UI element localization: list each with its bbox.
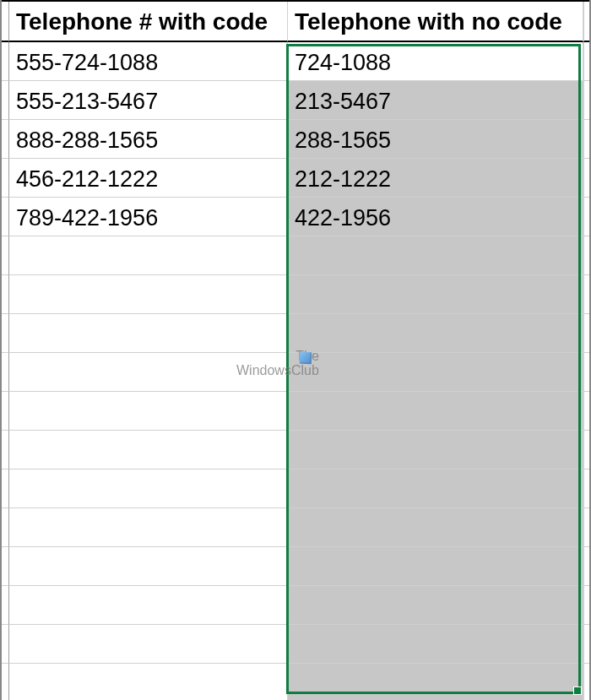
table-row xyxy=(0,431,591,469)
cell-no-code[interactable] xyxy=(288,586,583,625)
cell-with-code[interactable]: 456-212-1222 xyxy=(9,159,288,198)
cell-no-code[interactable] xyxy=(288,392,583,431)
cell-no-code[interactable]: 724-1088 xyxy=(288,42,583,81)
table-row: 456-212-1222212-1222 xyxy=(0,159,591,198)
cell-with-code[interactable] xyxy=(9,275,288,314)
cell-no-code[interactable] xyxy=(288,275,583,314)
cell-no-code[interactable] xyxy=(288,664,583,700)
cell-with-code[interactable] xyxy=(9,431,288,469)
table-row: 888-288-1565288-1565 xyxy=(0,120,591,159)
cell-with-code[interactable]: 555-213-5467 xyxy=(9,81,288,120)
cell-no-code[interactable] xyxy=(288,547,583,586)
cell-no-code[interactable]: 288-1565 xyxy=(288,120,583,159)
header-row: Telephone # with code Telephone with no … xyxy=(0,0,591,42)
cell-no-code[interactable] xyxy=(288,625,583,664)
table-row xyxy=(0,586,591,625)
cell-no-code[interactable]: 422-1956 xyxy=(288,198,583,236)
cell-with-code[interactable] xyxy=(9,469,288,508)
cell-with-code[interactable] xyxy=(9,664,288,700)
cell-no-code[interactable]: 213-5467 xyxy=(288,81,583,120)
cell-with-code[interactable] xyxy=(9,547,288,586)
table-row xyxy=(0,547,591,586)
cell-with-code[interactable] xyxy=(9,625,288,664)
cell-no-code[interactable] xyxy=(288,314,583,353)
table-row: 789-422-1956422-1956 xyxy=(0,198,591,236)
cell-no-code[interactable]: 212-1222 xyxy=(288,159,583,198)
cell-with-code[interactable] xyxy=(9,314,288,353)
table-row xyxy=(0,392,591,431)
cell-with-code[interactable] xyxy=(9,236,288,275)
table-row xyxy=(0,508,591,547)
cell-with-code[interactable] xyxy=(9,508,288,547)
table-row xyxy=(0,236,591,275)
top-border xyxy=(0,0,591,2)
table-row xyxy=(0,314,591,353)
cell-with-code[interactable] xyxy=(9,586,288,625)
table-row: 555-213-5467213-5467 xyxy=(0,81,591,120)
cell-no-code[interactable] xyxy=(288,508,583,547)
table-row xyxy=(0,469,591,508)
cell-no-code[interactable] xyxy=(288,236,583,275)
header-col-with-code[interactable]: Telephone # with code xyxy=(9,0,288,42)
cell-no-code[interactable] xyxy=(288,353,583,392)
left-border xyxy=(0,0,2,700)
table-row xyxy=(0,275,591,314)
table-row: 555-724-1088724-1088 xyxy=(0,42,591,81)
table-row xyxy=(0,625,591,664)
cell-with-code[interactable] xyxy=(9,392,288,431)
cell-no-code[interactable] xyxy=(288,469,583,508)
cell-with-code[interactable]: 789-422-1956 xyxy=(9,198,288,236)
spreadsheet-grid[interactable]: Telephone # with code Telephone with no … xyxy=(0,0,591,700)
cell-with-code[interactable]: 888-288-1565 xyxy=(9,120,288,159)
table-row xyxy=(0,353,591,392)
table-row xyxy=(0,664,591,700)
cell-no-code[interactable] xyxy=(288,431,583,469)
cell-with-code[interactable]: 555-724-1088 xyxy=(9,42,288,81)
cell-with-code[interactable] xyxy=(9,353,288,392)
header-col-no-code[interactable]: Telephone with no code xyxy=(288,0,583,42)
